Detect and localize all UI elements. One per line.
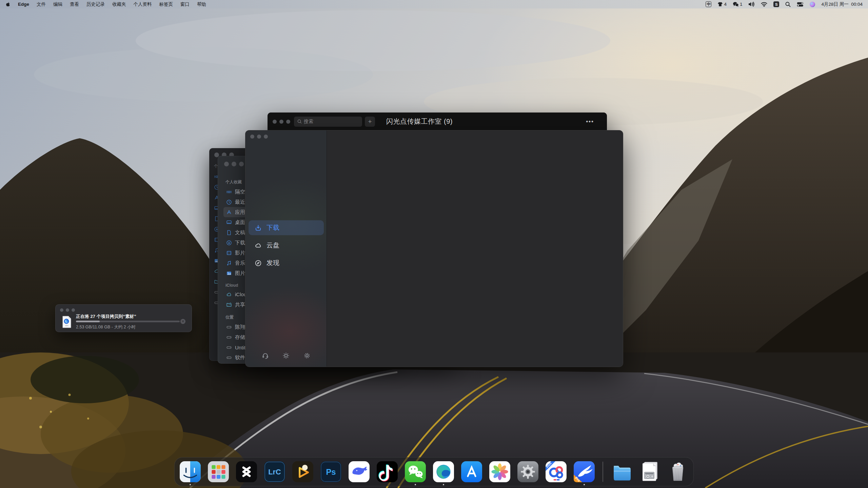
control-center-icon[interactable] <box>797 2 804 7</box>
dock-capcut[interactable] <box>235 461 258 483</box>
dock-finder[interactable] <box>179 461 201 483</box>
wifi-icon[interactable] <box>761 2 767 7</box>
drive-icon <box>226 334 232 340</box>
wechat-status[interactable]: 1 <box>733 2 743 7</box>
app-store-icon <box>460 461 483 483</box>
menu-edit[interactable]: 编辑 <box>53 1 62 7</box>
zoom-button[interactable] <box>286 120 290 124</box>
nav-item-cloud-drive[interactable]: 云盘 <box>249 238 324 253</box>
clothing-app-status[interactable]: 4 <box>717 2 727 7</box>
zoom-button[interactable] <box>239 162 244 166</box>
disk-image-file-icon <box>638 461 661 483</box>
close-button[interactable] <box>273 120 277 124</box>
finder-icon <box>179 461 201 483</box>
menu-favorites[interactable]: 收藏夹 <box>112 1 126 7</box>
dock-media-player[interactable] <box>292 461 314 483</box>
stop-copy-button[interactable]: ✕ <box>180 319 185 324</box>
menu-history[interactable]: 历史记录 <box>86 1 105 7</box>
minimize-button[interactable] <box>232 162 236 166</box>
menu-bar-clock[interactable]: 4月28日 周一 00:04 <box>821 1 863 7</box>
minimize-button[interactable] <box>66 308 69 312</box>
drive-icon <box>226 345 232 350</box>
menu-file[interactable]: 文件 <box>37 1 46 7</box>
siri-icon[interactable] <box>810 2 815 7</box>
dock-douyin[interactable] <box>376 461 398 483</box>
apple-logo-icon[interactable] <box>5 1 11 7</box>
minimize-button[interactable] <box>257 135 261 139</box>
dock-lightroom-classic[interactable]: LrC <box>263 461 286 483</box>
dock-downloads-folder[interactable] <box>610 461 633 483</box>
dock-trash[interactable] <box>667 461 689 483</box>
copy-progress-window[interactable]: MP4 正在将 27 个项目拷贝到“素材” ✕ 2.53 GB/11.08 GB… <box>55 304 192 332</box>
progress-bar-fill <box>76 321 100 322</box>
tshirt-icon <box>717 2 723 7</box>
dock-baidu-netdisk[interactable]: 2025 <box>545 461 567 483</box>
close-button[interactable] <box>250 135 254 139</box>
deepseek-whale-icon <box>348 461 370 483</box>
search-input[interactable]: 搜索 <box>294 117 362 127</box>
copy-progress-title: 正在将 27 个项目拷贝到“素材” <box>76 313 136 320</box>
photos-icon <box>489 461 511 483</box>
svg-text:Ps: Ps <box>326 468 336 476</box>
settings-gear-icon[interactable] <box>303 352 311 359</box>
support-headset-icon[interactable] <box>262 352 269 359</box>
running-indicator <box>190 484 191 485</box>
menu-help[interactable]: 帮助 <box>197 1 206 7</box>
douyin-icon <box>376 461 398 483</box>
dock-edge[interactable] <box>432 461 455 483</box>
dock-separator <box>603 462 603 482</box>
menu-bar: Edge 文件 编辑 查看 历史记录 收藏夹 个人资料 标签页 窗口 帮助 中 … <box>0 0 868 8</box>
menu-view[interactable]: 查看 <box>70 1 79 7</box>
dock-app-store[interactable] <box>460 461 483 483</box>
active-app-menu[interactable]: Edge <box>18 2 29 7</box>
copy-progress-detail: 2.53 GB/11.08 GB - 大约 2 小时 <box>76 324 136 330</box>
dock-xunlei[interactable]: Pro <box>573 461 595 483</box>
drive-icon <box>226 324 232 330</box>
search-placeholder: 搜索 <box>304 119 313 125</box>
s-app-status-icon[interactable]: S <box>773 1 779 7</box>
launchpad-icon <box>207 461 230 483</box>
dock: LrC Ps <box>174 457 694 486</box>
recents-icon <box>226 199 232 205</box>
wechat-icon <box>404 461 427 483</box>
svg-text:MP4: MP4 <box>65 325 68 327</box>
theme-toggle-icon[interactable] <box>282 352 290 359</box>
dock-photos[interactable] <box>489 461 511 483</box>
xunlei-bird-icon: Pro <box>573 461 595 483</box>
progress-bar <box>76 321 180 322</box>
folder-stack-icon <box>610 461 633 483</box>
edge-icon <box>432 461 455 483</box>
documents-icon <box>226 230 232 236</box>
spotlight-search-icon[interactable] <box>785 2 791 7</box>
nav-item-discover[interactable]: 发现 <box>249 256 324 270</box>
menu-profiles[interactable]: 个人资料 <box>134 1 152 7</box>
close-button[interactable] <box>60 308 63 312</box>
input-method-indicator[interactable]: 中 <box>706 1 711 7</box>
running-indicator <box>443 484 444 485</box>
add-contact-button[interactable]: + <box>365 117 375 127</box>
download-icon <box>255 224 262 231</box>
menu-window[interactable]: 窗口 <box>180 1 190 7</box>
dock-photoshop[interactable]: Ps <box>320 461 342 483</box>
dock-deepseek[interactable] <box>348 461 370 483</box>
running-indicator <box>415 484 416 485</box>
close-button[interactable] <box>224 162 229 166</box>
compass-icon <box>255 260 262 267</box>
minimize-button[interactable] <box>279 120 283 124</box>
dock-system-settings[interactable] <box>517 461 539 483</box>
menu-tabs[interactable]: 标签页 <box>159 1 173 7</box>
nav-item-downloads[interactable]: 下载 <box>249 220 324 235</box>
trash-full-icon <box>667 461 689 483</box>
zoom-button[interactable] <box>264 135 268 139</box>
dock-launchpad[interactable] <box>207 461 230 483</box>
volume-icon[interactable] <box>748 2 755 7</box>
dock-disk-image[interactable] <box>638 461 661 483</box>
pictures-icon <box>226 270 232 276</box>
dock-wechat[interactable] <box>404 461 427 483</box>
xunlei-window[interactable]: 下载 云盘 发现 <box>245 130 623 367</box>
chat-more-button[interactable]: ••• <box>586 118 594 125</box>
mp4-file-icon: MP4 <box>62 316 71 328</box>
close-button[interactable] <box>214 152 219 157</box>
svg-text:LrC: LrC <box>268 468 281 476</box>
zoom-button[interactable] <box>72 308 75 312</box>
